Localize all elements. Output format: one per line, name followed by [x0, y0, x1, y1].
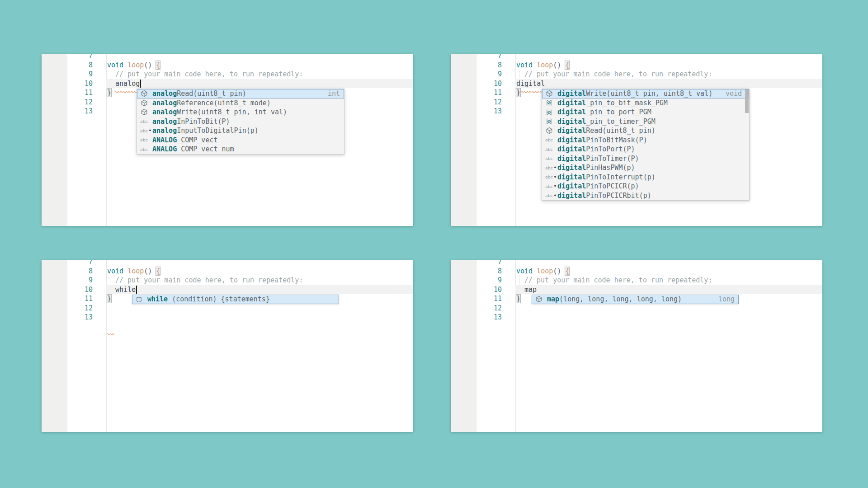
code-rows: voidloop(){// put your main code here, t…	[42, 260, 413, 322]
completion-item[interactable]: digitalWrite(uint8_t pin, uint8_t val)vo…	[542, 89, 749, 99]
completion-item-match: while	[147, 295, 168, 303]
completion-item[interactable]: digitalRead(uint8_t pin)	[542, 126, 749, 136]
completion-item-match: digital	[557, 145, 586, 153]
completion-item-match: digital	[557, 117, 586, 126]
completion-item-rest: _pin_to_timer_PGM	[586, 117, 656, 126]
completion-item-label: digital_pin_to_bit_mask_PGM	[557, 99, 668, 108]
abc-icon: abc	[545, 156, 553, 161]
code-line-7[interactable]	[42, 54, 413, 61]
completion-item[interactable]: abcANALOG_COMP_vect	[137, 136, 344, 145]
completion-item-match: digital	[557, 164, 586, 172]
completion-item[interactable]: analogRead(uint8_t pin)int	[137, 89, 344, 99]
code-line-8[interactable]: voidloop(){	[42, 267, 413, 276]
completion-item[interactable]: abcdigitalPinToBitMask(P)	[542, 136, 749, 145]
completion-item-label: •digitalPinToPCICR(p)	[557, 182, 639, 191]
code-line-7[interactable]	[451, 54, 822, 61]
completion-item-rest: InputToDigitalPin(p)	[177, 127, 259, 135]
abc-icon: abc	[140, 128, 148, 133]
completion-item[interactable]: while (condition) {statements}	[132, 295, 339, 304]
macro-bullet: •	[553, 163, 557, 173]
completion-scrollbar[interactable]	[745, 89, 749, 200]
code-line-9[interactable]: // put your main code here, to run repea…	[42, 70, 413, 79]
code-line-10-current[interactable]: while	[42, 285, 413, 295]
completion-popup: while (condition) {statements}	[132, 295, 339, 304]
completion-item-label: •digitalPinHasPWM(p)	[557, 163, 635, 173]
code-line-7[interactable]	[42, 260, 413, 267]
completion-item-label: •digitalPinToInterrupt(p)	[557, 173, 656, 182]
completion-item-match: ANALOG	[152, 145, 177, 153]
code-line-10-current[interactable]: map	[451, 285, 822, 295]
completion-item[interactable]: abcdigitalPinToTimer(P)	[542, 154, 749, 164]
code-line-9[interactable]: // put your main code here, to run repea…	[451, 276, 822, 285]
array-icon	[545, 99, 553, 106]
open-brace-bracket-match: {	[565, 267, 569, 275]
completion-item[interactable]: analogWrite(uint8_t pin, int val)	[137, 108, 344, 117]
open-brace-bracket-match: {	[156, 61, 160, 69]
completion-item[interactable]: digital_pin_to_bit_mask_PGM	[542, 99, 749, 108]
completion-item[interactable]: abc•analogInputToDigitalPin(p)	[137, 126, 344, 136]
completion-item[interactable]: map(long, long, long, long, long)long	[532, 295, 739, 304]
abc-icon: abc	[140, 137, 148, 142]
close-brace-bracket-match: }	[516, 295, 520, 303]
completion-item[interactable]: analogReference(uint8_t mode)	[137, 99, 344, 108]
completion-popup: digitalWrite(uint8_t pin, uint8_t val)vo…	[542, 89, 750, 201]
completion-item[interactable]: abcANALOG_COMP_vect_num	[137, 145, 344, 154]
close-brace-bracket-match: }	[107, 295, 111, 303]
editor-panel-analog: 78910111213voidloop(){// put your main c…	[42, 54, 413, 226]
code-line-13[interactable]	[451, 313, 822, 322]
method-icon	[545, 90, 553, 97]
scrollbar-thumb[interactable]	[745, 89, 749, 113]
completion-item[interactable]: abc•digitalPinToInterrupt(p)	[542, 173, 749, 182]
completion-item-label: analogRead(uint8_t pin)	[152, 89, 246, 99]
completion-item-rest: InPinToBit(P)	[177, 117, 230, 126]
completion-item-rest: (condition) {statements}	[168, 295, 270, 303]
completion-item-match: digital	[557, 182, 586, 190]
code-area[interactable]: voidloop(){// put your main code here, t…	[42, 260, 413, 432]
completion-item-label: digital_pin_to_timer_PGM	[557, 117, 656, 127]
editor-panel-map: 78910111213voidloop(){// put your main c…	[451, 260, 822, 432]
code-line-7[interactable]	[451, 260, 822, 267]
typed-word: while	[107, 286, 136, 294]
code-line-9[interactable]: // put your main code here, to run repea…	[451, 70, 822, 79]
abc-icon: abc	[140, 147, 148, 152]
keyword-void: void	[516, 267, 533, 275]
completion-item[interactable]: abc•digitalPinToPCICRbit(p)	[542, 191, 749, 201]
code-line-8[interactable]: voidloop(){	[42, 61, 413, 70]
method-icon	[140, 99, 148, 107]
completion-item[interactable]: digital_pin_to_port_PGM	[542, 108, 749, 117]
completion-item-label: digitalPinToBitMask(P)	[557, 136, 647, 145]
code-area[interactable]: voidloop(){// put your main code here, t…	[451, 260, 822, 432]
completion-item-rest: PinToPCICR(p)	[586, 182, 639, 190]
completion-item[interactable]: abc•digitalPinToPCICR(p)	[542, 182, 749, 191]
completion-item[interactable]: abcdigitalPinToPort(P)	[542, 145, 749, 154]
comment-text: // put your main code here, to run repea…	[516, 70, 712, 78]
method-icon	[545, 127, 553, 134]
code-line-10-current[interactable]: analog	[42, 79, 413, 89]
typed-word: map	[516, 286, 537, 294]
close-brace-bracket-match: }	[107, 89, 111, 97]
completion-item-label: analogReference(uint8_t mode)	[152, 99, 271, 108]
completion-item-label: •analogInputToDigitalPin(p)	[152, 126, 259, 136]
code-line-8[interactable]: voidloop(){	[451, 61, 822, 70]
macro-bullet: •	[553, 191, 557, 201]
function-loop: loop	[127, 61, 144, 69]
code-line-9[interactable]: // put your main code here, to run repea…	[42, 276, 413, 285]
code-line-12[interactable]	[451, 304, 822, 313]
code-line-12[interactable]	[42, 304, 413, 313]
completion-item[interactable]: abcanalogInPinToBit(P)	[137, 117, 344, 127]
parens: ()	[553, 61, 561, 69]
completion-item-rest: _COMP_vect_num	[177, 145, 234, 153]
completion-item[interactable]: digital_pin_to_timer_PGM	[542, 117, 749, 127]
code-line-10-current[interactable]: digital	[451, 79, 822, 89]
completion-item-match: analog	[152, 89, 177, 98]
completion-item-rest: PinToPort(P)	[586, 145, 635, 153]
code-line-13[interactable]	[42, 313, 413, 322]
editor-panel-while: 78910111213voidloop(){// put your main c…	[42, 260, 413, 432]
parens: ()	[144, 61, 152, 69]
method-icon	[140, 108, 148, 116]
abc-icon: abc	[545, 174, 553, 179]
completion-item-label: digitalRead(uint8_t pin)	[557, 126, 656, 136]
completion-item-match: digital	[557, 155, 586, 163]
code-line-8[interactable]: voidloop(){	[451, 267, 822, 276]
completion-item[interactable]: abc•digitalPinHasPWM(p)	[542, 163, 749, 173]
